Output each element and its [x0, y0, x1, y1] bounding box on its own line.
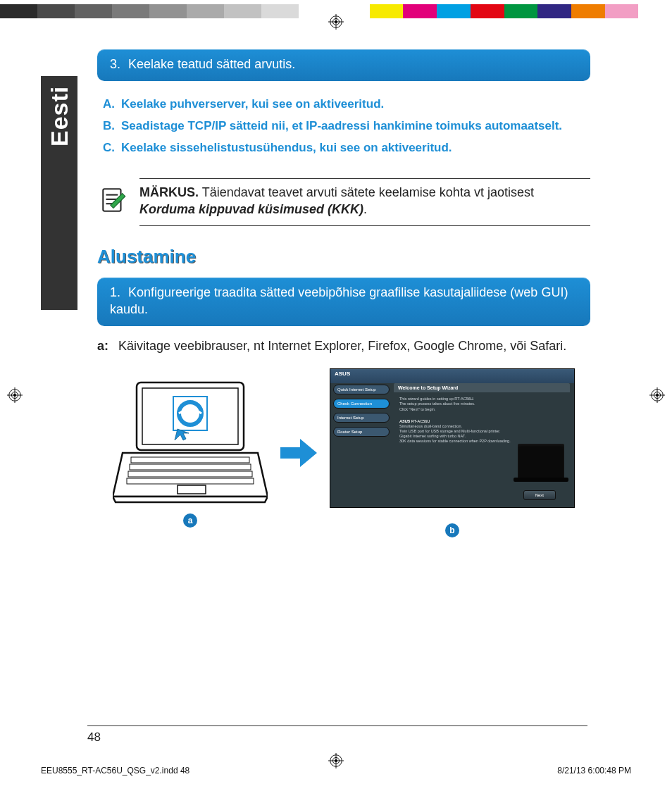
- note-block: MÄRKUS. Täiendavat teavet arvuti sätete …: [139, 178, 590, 226]
- wizard-screenshot: ASUS Quick Internet Setup Check Connecti…: [330, 368, 575, 508]
- figure-label-b: b: [445, 523, 459, 537]
- wizard-side-item: Internet Setup: [333, 413, 390, 423]
- sub-step-label: A.: [103, 94, 121, 116]
- substep-body: Käivitage veebibrauser, nt Internet Expl…: [118, 337, 590, 354]
- sub-step-b: B. Seadistage TCP/IP sätteid nii, et IP-…: [103, 116, 585, 137]
- figure-label-a: a: [183, 513, 197, 528]
- wizard-main: Welcome to Setup Wizard This wizard guid…: [394, 383, 570, 448]
- wizard-line: Twin USB port for USB storage and Multi-…: [399, 429, 564, 434]
- svg-rect-31: [127, 478, 254, 484]
- step-text: Konfigureerige traadita sätted veebipõhi…: [110, 285, 568, 316]
- wizard-line: Click "Next" to begin.: [399, 407, 564, 412]
- registration-mark-icon: [7, 387, 23, 406]
- note-icon: [99, 185, 128, 218]
- step-1-bar: 1. Konfigureerige traadita sätted veebip…: [97, 278, 590, 326]
- svg-point-4: [335, 20, 337, 23]
- section-heading: Alustamine: [97, 246, 590, 268]
- substep-label: a:: [97, 337, 118, 354]
- wizard-line: This wizard guides in setting up RT-AC56…: [399, 397, 564, 401]
- sub-step-label: C.: [103, 137, 121, 159]
- page-content: 3. Keelake teatud sätted arvutis. A. Kee…: [41, 49, 631, 537]
- note-period: .: [363, 202, 367, 216]
- sub-step-label: B.: [103, 116, 121, 137]
- wizard-model-brand: ASUS: [399, 419, 410, 423]
- svg-rect-30: [128, 471, 252, 477]
- note-text: MÄRKUS. Täiendavat teavet arvuti sätete …: [139, 185, 590, 218]
- svg-point-19: [335, 759, 337, 762]
- svg-rect-29: [130, 464, 251, 470]
- sub-step-a: A. Keelake puhverserver, kui see on akti…: [103, 94, 585, 116]
- svg-rect-28: [131, 457, 249, 463]
- router-image-icon: [518, 444, 564, 479]
- substep-a: a: Käivitage veebibrauser, nt Internet E…: [97, 337, 590, 354]
- print-footer: EEU8555_RT-AC56U_QSG_v2.indd 48 8/21/13 …: [41, 766, 631, 776]
- page-number: 48: [87, 725, 587, 745]
- step-number: 1.: [110, 285, 120, 299]
- wizard-side-item: Quick Internet Setup: [333, 385, 390, 394]
- svg-point-14: [656, 394, 659, 397]
- note-italic: Korduma kippuvad küsimused (KKK): [139, 202, 363, 216]
- svg-rect-32: [178, 485, 206, 494]
- sub-step-c: C. Keelake sissehelistustusühendus, kui …: [103, 137, 585, 159]
- figure-laptop: a: [113, 378, 268, 528]
- arrow-right-icon: [279, 437, 318, 468]
- registration-mark-icon: [328, 14, 344, 32]
- wizard-model: RT-AC56U: [410, 419, 430, 423]
- wizard-brand: ASUS: [330, 369, 574, 383]
- step-number: 3.: [110, 57, 120, 71]
- wizard-next-button: Next: [523, 490, 556, 500]
- figure-wizard: ASUS Quick Internet Setup Check Connecti…: [330, 368, 575, 537]
- figure-row: a ASUS Quick Internet Setup Check Connec…: [97, 368, 590, 537]
- sub-step-text: Keelake sissehelistustusühendus, kui see…: [121, 137, 452, 159]
- footer-left: EEU8555_RT-AC56U_QSG_v2.indd 48: [41, 766, 189, 776]
- note-body: Täiendavat teavet arvuti sätete keelamis…: [199, 185, 534, 199]
- step-text: Keelake teatud sätted arvutis.: [128, 57, 295, 71]
- wizard-side-item: Router Setup: [333, 427, 390, 437]
- wizard-line: Gigabit Internet surfing with turbo NAT.: [399, 434, 564, 439]
- step-3-bar: 3. Keelake teatud sätted arvutis.: [97, 49, 590, 81]
- wizard-line: Simultaneous dual-band connection.: [399, 424, 564, 429]
- svg-point-9: [13, 394, 16, 397]
- wizard-line: The setup process takes about five minut…: [399, 401, 564, 406]
- wizard-sidebar: Quick Internet Setup Check Connection In…: [333, 385, 390, 441]
- wizard-title: Welcome to Setup Wizard: [394, 383, 570, 392]
- note-bold: MÄRKUS.: [139, 185, 199, 199]
- sub-steps-list: A. Keelake puhverserver, kui see on akti…: [97, 91, 590, 166]
- sub-step-text: Seadistage TCP/IP sätteid nii, et IP-aad…: [121, 116, 562, 137]
- wizard-side-item: Check Connection: [333, 399, 390, 409]
- wizard-body: This wizard guides in setting up RT-AC56…: [394, 392, 570, 448]
- registration-mark-icon: [649, 387, 665, 406]
- footer-right: 8/21/13 6:00:48 PM: [557, 766, 631, 776]
- sub-step-text: Keelake puhverserver, kui see on aktivee…: [121, 94, 384, 116]
